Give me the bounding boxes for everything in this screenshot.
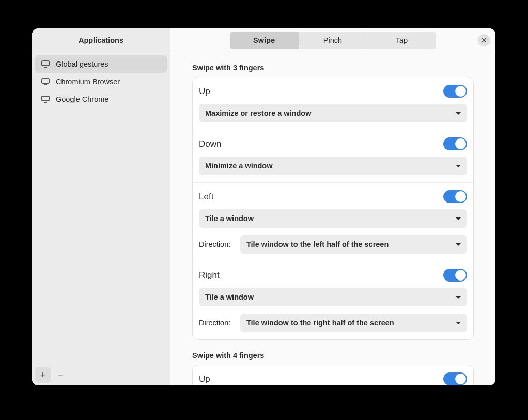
direction-subrow-right: Direction: Tile window to the right half… (199, 314, 467, 332)
action-select-left[interactable]: Tile a window (199, 209, 467, 228)
main-pane: Swipe Pinch Tap ✕ Swipe with 3 fingers U… (170, 28, 495, 385)
direction-label: Direction: (199, 319, 233, 327)
card-4-fingers: Up (192, 365, 474, 385)
minus-icon: − (58, 370, 64, 381)
monitor-icon (40, 95, 51, 103)
toggle-left[interactable] (443, 190, 467, 203)
sidebar-item-global-gestures[interactable]: Global gestures (35, 55, 167, 73)
svg-rect-4 (42, 96, 49, 101)
toggle-4-up[interactable] (443, 372, 467, 385)
section-title-3-fingers: Swipe with 3 fingers (192, 64, 474, 72)
sidebar-item-label: Global gestures (56, 60, 108, 68)
action-select-value: Tile a window (205, 293, 254, 301)
gesture-tabs: Swipe Pinch Tap (230, 32, 436, 49)
monitor-icon (40, 77, 51, 86)
sidebar: Applications Global gestures Chromium Br… (32, 28, 170, 385)
chevron-down-icon (456, 243, 461, 246)
gesture-title: Up (199, 86, 210, 97)
gesture-title: Left (199, 192, 213, 202)
main-header: Swipe Pinch Tap ✕ (170, 28, 495, 52)
plus-icon: + (40, 370, 46, 381)
card-3-fingers: Up Maximize or restore a window Down (192, 77, 474, 340)
gesture-row-left: Left Tile a window Direction: Tile windo… (193, 183, 473, 261)
sidebar-footer: + − (32, 365, 170, 385)
sidebar-list: Global gestures Chromium Browser Google … (32, 52, 170, 365)
chevron-down-icon (456, 217, 461, 220)
tab-pinch[interactable]: Pinch (299, 32, 367, 49)
main-scroll[interactable]: Swipe with 3 fingers Up Maximize or rest… (170, 52, 495, 385)
tab-tap[interactable]: Tap (367, 32, 436, 49)
action-select-right[interactable]: Tile a window (199, 288, 467, 306)
svg-rect-0 (42, 61, 49, 66)
direction-subrow-left: Direction: Tile window to the left half … (199, 235, 467, 254)
direction-select-left[interactable]: Tile window to the left half of the scre… (240, 235, 467, 254)
gesture-row-right: Right Tile a window Direction: Tile wind… (193, 261, 473, 339)
section-title-4-fingers: Swipe with 4 fingers (192, 351, 474, 360)
toggle-down[interactable] (443, 137, 467, 150)
gesture-title: Right (199, 270, 220, 281)
action-select-value: Minimize a window (205, 162, 273, 170)
chevron-down-icon (456, 322, 461, 324)
direction-select-value: Tile window to the right half of the scr… (246, 319, 394, 327)
close-icon: ✕ (481, 36, 487, 44)
add-application-button[interactable]: + (35, 367, 51, 383)
direction-select-right[interactable]: Tile window to the right half of the scr… (240, 314, 467, 332)
close-button[interactable]: ✕ (478, 34, 490, 46)
direction-select-value: Tile window to the left half of the scre… (246, 240, 389, 248)
gesture-row-4-up: Up (193, 365, 473, 385)
action-select-up[interactable]: Maximize or restore a window (199, 104, 467, 122)
gesture-title: Down (199, 139, 221, 149)
settings-window: Applications Global gestures Chromium Br… (32, 28, 495, 385)
gesture-row-up: Up Maximize or restore a window (193, 77, 473, 130)
sidebar-item-chromium[interactable]: Chromium Browser (35, 73, 167, 90)
toggle-right[interactable] (443, 269, 467, 282)
gesture-row-down: Down Minimize a window (193, 130, 473, 183)
toggle-up[interactable] (443, 85, 467, 98)
direction-label: Direction: (199, 240, 233, 248)
chevron-down-icon (456, 112, 461, 115)
chevron-down-icon (456, 165, 461, 167)
sidebar-title: Applications (32, 28, 170, 52)
action-select-down[interactable]: Minimize a window (199, 157, 467, 175)
remove-application-button[interactable]: − (53, 367, 68, 383)
sidebar-item-label: Chromium Browser (56, 77, 120, 86)
action-select-value: Maximize or restore a window (205, 109, 311, 117)
chevron-down-icon (456, 296, 461, 299)
tab-swipe[interactable]: Swipe (230, 32, 299, 49)
svg-rect-2 (42, 79, 49, 83)
monitor-icon (40, 60, 51, 68)
gesture-title: Up (199, 374, 210, 384)
action-select-value: Tile a window (205, 214, 254, 223)
sidebar-item-label: Google Chrome (56, 95, 108, 103)
sidebar-item-google-chrome[interactable]: Google Chrome (35, 90, 167, 108)
